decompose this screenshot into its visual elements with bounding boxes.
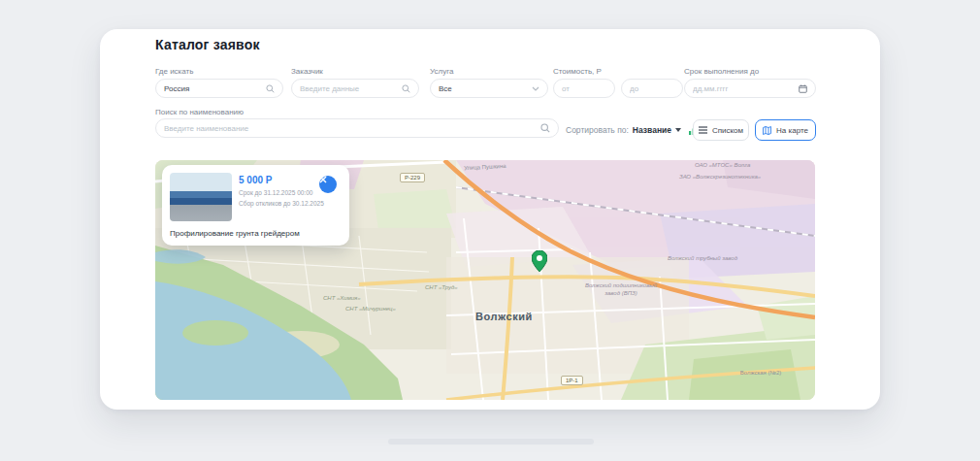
service-select[interactable]: Все	[430, 79, 548, 98]
sort-control[interactable]: Сортировать по: Название	[566, 120, 700, 140]
map-label: ЗАО «Волжскрезинотехника»	[679, 174, 761, 180]
name-search-input[interactable]	[164, 124, 537, 133]
map-label: СНТ «Химия»	[323, 295, 361, 301]
popup-price: 5 000 Р	[239, 175, 324, 185]
catalog-card: Каталог заявок Где искать Заказчик Услуг…	[100, 29, 880, 410]
cost-from-input[interactable]	[562, 84, 606, 93]
road-ref-badge: 1Р-1	[561, 376, 583, 385]
view-list-button[interactable]: Списком	[693, 119, 749, 141]
deadline-input[interactable]	[693, 84, 795, 93]
sort-value: Название	[633, 125, 671, 135]
road-ref-badge: Р-229	[400, 173, 425, 182]
cost-to-input[interactable]	[630, 84, 674, 93]
view-map-label: На карте	[776, 126, 808, 135]
where-field	[155, 79, 283, 98]
map-label: ОАО «МТОС» Волга	[695, 162, 750, 168]
caret-down-icon	[675, 128, 681, 132]
service-label: Услуга	[430, 67, 453, 76]
map-label: СНТ «Мичуринец»	[345, 306, 396, 312]
where-label: Где искать	[155, 67, 193, 76]
popup-title: Профилирование грунта грейдером	[170, 229, 342, 238]
page-bottom-strip	[388, 439, 594, 445]
map-pin-icon[interactable]	[532, 250, 547, 272]
view-map-button[interactable]: На карте	[755, 119, 816, 141]
service-selected-value: Все	[439, 84, 528, 93]
cost-from-field	[553, 79, 615, 98]
calendar-icon[interactable]	[799, 84, 807, 93]
page-title: Каталог заявок	[155, 37, 260, 52]
search-icon	[402, 84, 410, 93]
popup-responses: Сбор откликов до 30.12.2025	[239, 200, 324, 207]
page-background: Каталог заявок Где искать Заказчик Услуг…	[0, 0, 980, 461]
map-label: Волжская (№2)	[735, 370, 786, 378]
search-icon	[266, 84, 275, 93]
customer-field	[291, 79, 419, 98]
popup-info: 5 000 Р Срок до 31.12.2025 00:00 Сбор от…	[239, 173, 324, 221]
deadline-field	[684, 79, 816, 98]
popup-row: 5 000 Р Срок до 31.12.2025 00:00 Сбор от…	[170, 173, 342, 221]
deadline-label: Срок выполнения до	[684, 67, 759, 76]
search-icon	[540, 123, 550, 133]
sort-label: Сортировать по:	[566, 125, 629, 135]
map-label: СНТ «Труд»	[425, 284, 458, 290]
customer-label: Заказчик	[291, 67, 323, 76]
where-input[interactable]	[164, 84, 262, 93]
name-search-field	[155, 118, 559, 138]
list-icon	[699, 126, 707, 134]
customer-input[interactable]	[300, 84, 398, 93]
popup-close-button[interactable]	[319, 176, 337, 193]
name-search-label: Поиск по наименованию	[155, 108, 244, 116]
cost-to-field	[621, 79, 683, 98]
popup-photo	[170, 173, 232, 221]
popup-deadline: Срок до 31.12.2025 00:00	[239, 189, 324, 196]
map-label: Волжский трубный завод	[668, 255, 737, 263]
cost-label: Стоимость, Р	[553, 67, 602, 76]
chevron-down-icon	[532, 86, 539, 91]
map-label: Волжский подшипниковый завод (ВПЗ)	[580, 282, 662, 297]
map[interactable]: Р-229 1Р-1 Улица Пушкина ОАО «МТОС» Волг…	[155, 160, 815, 400]
map-icon	[763, 126, 771, 135]
view-list-label: Списком	[712, 126, 743, 135]
map-popup-card[interactable]: 5 000 Р Срок до 31.12.2025 00:00 Сбор от…	[162, 165, 349, 246]
map-city-label: Волжский	[475, 311, 533, 322]
